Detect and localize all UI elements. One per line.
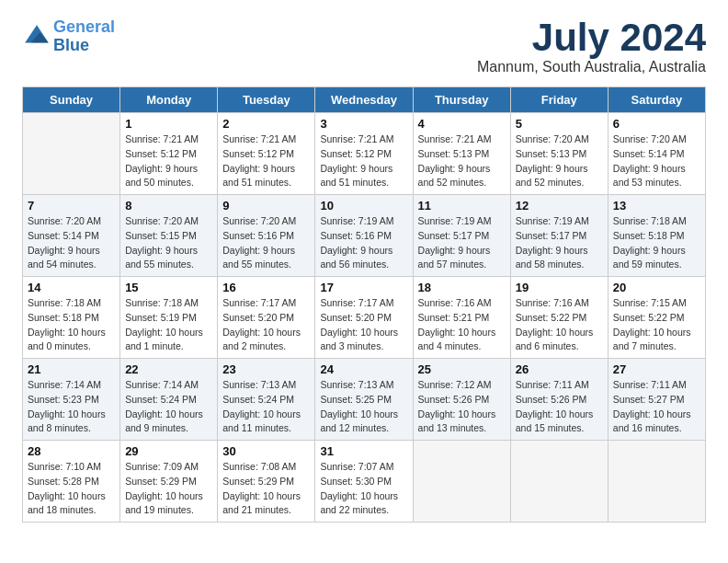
calendar-cell: 5Sunrise: 7:20 AMSunset: 5:13 PMDaylight… xyxy=(510,113,608,195)
day-detail: Sunrise: 7:20 AMSunset: 5:14 PMDaylight:… xyxy=(28,214,115,272)
day-number: 20 xyxy=(613,281,700,294)
calendar-week-row: 28Sunrise: 7:10 AMSunset: 5:28 PMDayligh… xyxy=(23,441,706,523)
day-number: 10 xyxy=(320,199,407,213)
calendar-week-row: 21Sunrise: 7:14 AMSunset: 5:23 PMDayligh… xyxy=(23,359,706,441)
calendar-cell: 10Sunrise: 7:19 AMSunset: 5:16 PMDayligh… xyxy=(315,195,413,277)
calendar-cell xyxy=(23,113,120,195)
day-number: 5 xyxy=(516,117,603,131)
calendar-cell: 14Sunrise: 7:18 AMSunset: 5:18 PMDayligh… xyxy=(23,277,120,359)
header-day-saturday: Saturday xyxy=(608,87,705,113)
day-number: 27 xyxy=(613,362,700,376)
calendar-cell: 6Sunrise: 7:20 AMSunset: 5:14 PMDaylight… xyxy=(608,113,705,195)
calendar-cell: 19Sunrise: 7:16 AMSunset: 5:22 PMDayligh… xyxy=(510,277,608,359)
calendar-cell xyxy=(510,441,608,523)
page-header: General Blue July 2024 Mannum, South Aus… xyxy=(22,18,706,75)
day-number: 21 xyxy=(28,362,115,376)
header-day-tuesday: Tuesday xyxy=(218,87,315,113)
day-number: 14 xyxy=(28,281,115,294)
calendar-cell: 1Sunrise: 7:21 AMSunset: 5:12 PMDaylight… xyxy=(120,113,218,195)
day-detail: Sunrise: 7:21 AMSunset: 5:12 PMDaylight:… xyxy=(222,132,310,190)
day-detail: Sunrise: 7:11 AMSunset: 5:27 PMDaylight:… xyxy=(613,378,700,436)
day-number: 6 xyxy=(613,117,700,131)
day-detail: Sunrise: 7:17 AMSunset: 5:20 PMDaylight:… xyxy=(320,296,407,354)
day-number: 1 xyxy=(125,117,212,131)
day-detail: Sunrise: 7:13 AMSunset: 5:25 PMDaylight:… xyxy=(320,378,407,436)
calendar-table: SundayMondayTuesdayWednesdayThursdayFrid… xyxy=(22,86,706,523)
day-number: 30 xyxy=(222,444,310,458)
logo-icon xyxy=(22,22,51,52)
day-number: 26 xyxy=(516,362,603,376)
calendar-cell: 25Sunrise: 7:12 AMSunset: 5:26 PMDayligh… xyxy=(413,359,510,441)
logo-text: General Blue xyxy=(53,18,115,55)
calendar-cell: 11Sunrise: 7:19 AMSunset: 5:17 PMDayligh… xyxy=(413,195,510,277)
day-detail: Sunrise: 7:08 AMSunset: 5:29 PMDaylight:… xyxy=(222,460,310,518)
day-detail: Sunrise: 7:07 AMSunset: 5:30 PMDaylight:… xyxy=(320,460,407,518)
day-number: 3 xyxy=(320,117,407,131)
header-day-monday: Monday xyxy=(120,87,218,113)
day-number: 29 xyxy=(125,444,212,458)
calendar-cell: 30Sunrise: 7:08 AMSunset: 5:29 PMDayligh… xyxy=(218,441,315,523)
calendar-cell: 28Sunrise: 7:10 AMSunset: 5:28 PMDayligh… xyxy=(23,441,120,523)
calendar-cell: 21Sunrise: 7:14 AMSunset: 5:23 PMDayligh… xyxy=(23,359,120,441)
day-number: 22 xyxy=(125,362,212,376)
calendar-cell: 4Sunrise: 7:21 AMSunset: 5:13 PMDaylight… xyxy=(413,113,510,195)
title-block: July 2024 Mannum, South Australia, Austr… xyxy=(477,18,706,75)
day-detail: Sunrise: 7:14 AMSunset: 5:24 PMDaylight:… xyxy=(125,378,212,436)
month-title: July 2024 xyxy=(477,18,706,57)
calendar-cell: 27Sunrise: 7:11 AMSunset: 5:27 PMDayligh… xyxy=(608,359,705,441)
day-detail: Sunrise: 7:19 AMSunset: 5:17 PMDaylight:… xyxy=(516,214,603,272)
day-detail: Sunrise: 7:15 AMSunset: 5:22 PMDaylight:… xyxy=(613,296,700,354)
day-number: 18 xyxy=(418,281,506,294)
day-detail: Sunrise: 7:19 AMSunset: 5:16 PMDaylight:… xyxy=(320,214,407,272)
day-number: 13 xyxy=(613,199,700,213)
day-detail: Sunrise: 7:19 AMSunset: 5:17 PMDaylight:… xyxy=(418,214,506,272)
calendar-cell: 3Sunrise: 7:21 AMSunset: 5:12 PMDaylight… xyxy=(315,113,413,195)
day-number: 19 xyxy=(516,281,603,294)
calendar-cell: 24Sunrise: 7:13 AMSunset: 5:25 PMDayligh… xyxy=(315,359,413,441)
header-day-friday: Friday xyxy=(510,87,608,113)
day-number: 2 xyxy=(222,117,310,131)
day-number: 28 xyxy=(28,444,115,458)
calendar-cell: 15Sunrise: 7:18 AMSunset: 5:19 PMDayligh… xyxy=(120,277,218,359)
logo: General Blue xyxy=(22,18,115,55)
calendar-cell: 9Sunrise: 7:20 AMSunset: 5:16 PMDaylight… xyxy=(218,195,315,277)
header-day-wednesday: Wednesday xyxy=(315,87,413,113)
day-detail: Sunrise: 7:20 AMSunset: 5:16 PMDaylight:… xyxy=(222,214,310,272)
calendar-cell: 22Sunrise: 7:14 AMSunset: 5:24 PMDayligh… xyxy=(120,359,218,441)
day-number: 4 xyxy=(418,117,506,131)
day-detail: Sunrise: 7:18 AMSunset: 5:19 PMDaylight:… xyxy=(125,296,212,354)
day-number: 16 xyxy=(222,281,310,294)
calendar-cell: 16Sunrise: 7:17 AMSunset: 5:20 PMDayligh… xyxy=(218,277,315,359)
day-detail: Sunrise: 7:20 AMSunset: 5:15 PMDaylight:… xyxy=(125,214,212,272)
day-detail: Sunrise: 7:18 AMSunset: 5:18 PMDaylight:… xyxy=(28,296,115,354)
header-day-sunday: Sunday xyxy=(23,87,120,113)
day-number: 8 xyxy=(125,199,212,213)
day-number: 25 xyxy=(418,362,506,376)
day-detail: Sunrise: 7:14 AMSunset: 5:23 PMDaylight:… xyxy=(28,378,115,436)
calendar-cell xyxy=(413,441,510,523)
day-detail: Sunrise: 7:10 AMSunset: 5:28 PMDaylight:… xyxy=(28,460,115,518)
calendar-cell: 29Sunrise: 7:09 AMSunset: 5:29 PMDayligh… xyxy=(120,441,218,523)
day-detail: Sunrise: 7:12 AMSunset: 5:26 PMDaylight:… xyxy=(418,378,506,436)
calendar-cell: 26Sunrise: 7:11 AMSunset: 5:26 PMDayligh… xyxy=(510,359,608,441)
day-detail: Sunrise: 7:13 AMSunset: 5:24 PMDaylight:… xyxy=(222,378,310,436)
calendar-cell: 13Sunrise: 7:18 AMSunset: 5:18 PMDayligh… xyxy=(608,195,705,277)
day-number: 31 xyxy=(320,444,407,458)
day-detail: Sunrise: 7:18 AMSunset: 5:18 PMDaylight:… xyxy=(613,214,700,272)
day-detail: Sunrise: 7:21 AMSunset: 5:13 PMDaylight:… xyxy=(418,132,506,190)
calendar-cell xyxy=(608,441,705,523)
day-number: 9 xyxy=(222,199,310,213)
calendar-cell: 17Sunrise: 7:17 AMSunset: 5:20 PMDayligh… xyxy=(315,277,413,359)
day-detail: Sunrise: 7:20 AMSunset: 5:13 PMDaylight:… xyxy=(516,132,603,190)
day-number: 24 xyxy=(320,362,407,376)
day-number: 15 xyxy=(125,281,212,294)
day-detail: Sunrise: 7:20 AMSunset: 5:14 PMDaylight:… xyxy=(613,132,700,190)
header-day-thursday: Thursday xyxy=(413,87,510,113)
calendar-week-row: 1Sunrise: 7:21 AMSunset: 5:12 PMDaylight… xyxy=(23,113,706,195)
day-detail: Sunrise: 7:21 AMSunset: 5:12 PMDaylight:… xyxy=(125,132,212,190)
calendar-cell: 31Sunrise: 7:07 AMSunset: 5:30 PMDayligh… xyxy=(315,441,413,523)
day-number: 23 xyxy=(222,362,310,376)
day-detail: Sunrise: 7:09 AMSunset: 5:29 PMDaylight:… xyxy=(125,460,212,518)
day-number: 12 xyxy=(516,199,603,213)
day-detail: Sunrise: 7:17 AMSunset: 5:20 PMDaylight:… xyxy=(222,296,310,354)
